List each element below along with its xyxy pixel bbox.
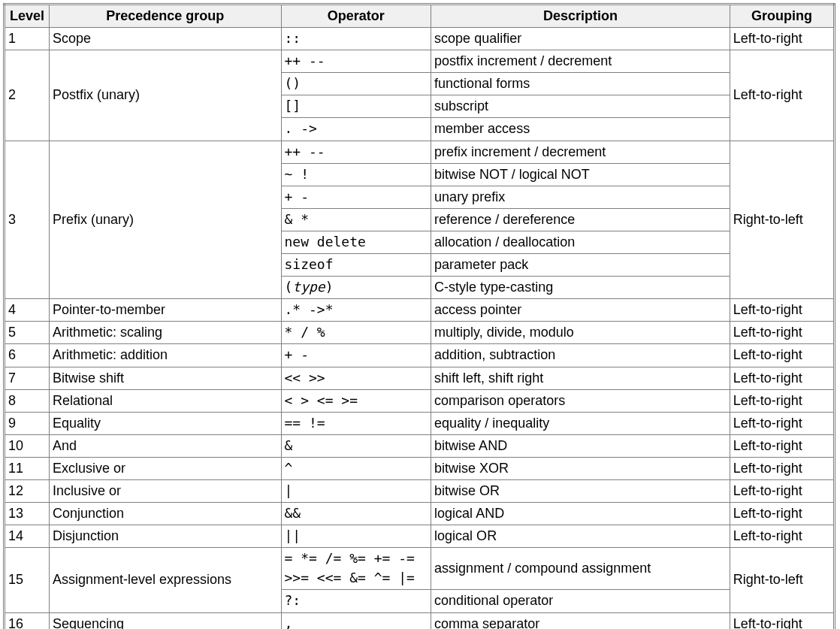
header-group: Precedence group xyxy=(49,5,281,28)
table-row: 11Exclusive or^bitwise XORLeft-to-right xyxy=(5,457,835,479)
cell-precedence-group: Relational xyxy=(49,389,281,412)
cell-precedence-group: Arithmetic: scaling xyxy=(49,322,281,344)
cell-description: logical AND xyxy=(431,503,730,525)
table-row: 16Sequencing,comma separatorLeft-to-righ… xyxy=(5,612,835,629)
cell-description: conditional operator xyxy=(431,590,730,612)
cell-operator: [] xyxy=(281,95,431,118)
cell-level: 16 xyxy=(5,612,50,629)
cell-operator: & xyxy=(281,434,431,457)
cell-operator: * / % xyxy=(281,322,431,344)
cell-operator: ~ ! xyxy=(281,163,431,186)
type-keyword: type xyxy=(292,279,325,295)
cell-operator: () xyxy=(281,73,431,95)
cell-operator: + - xyxy=(281,344,431,367)
table-header-row: Level Precedence group Operator Descript… xyxy=(5,5,835,28)
cell-description: access pointer xyxy=(431,299,730,322)
cell-operator: || xyxy=(281,525,431,548)
table-row: 10And&bitwise ANDLeft-to-right xyxy=(5,434,835,457)
cell-precedence-group: Bitwise shift xyxy=(49,367,281,389)
table-row: 3Prefix (unary)++ --prefix increment / d… xyxy=(5,141,835,163)
cell-description: addition, subtraction xyxy=(431,344,730,367)
table-row: 15Assignment-level expressions= *= /= %=… xyxy=(5,548,835,590)
cell-description: equality / inequality xyxy=(431,412,730,434)
cell-grouping: Left-to-right xyxy=(730,479,834,502)
table-row: 8Relational< > <= >=comparison operators… xyxy=(5,389,835,412)
cell-grouping: Left-to-right xyxy=(730,389,834,412)
cell-level: 10 xyxy=(5,434,50,457)
cell-description: unary prefix xyxy=(431,186,730,208)
cell-operator: = *= /= %= += -=>>= <<= &= ^= |= xyxy=(281,548,431,590)
cell-level: 12 xyxy=(5,479,50,502)
cell-description: reference / dereference xyxy=(431,208,730,231)
cell-description: assignment / compound assignment xyxy=(431,548,730,590)
cell-grouping: Left-to-right xyxy=(730,50,834,141)
cell-grouping: Left-to-right xyxy=(730,344,834,367)
cell-level: 4 xyxy=(5,299,50,322)
operator-precedence-table: Level Precedence group Operator Descript… xyxy=(3,3,835,629)
cell-level: 1 xyxy=(5,28,50,50)
cell-grouping: Left-to-right xyxy=(730,28,834,50)
cell-grouping: Left-to-right xyxy=(730,412,834,434)
cell-operator: :: xyxy=(281,28,431,50)
cell-operator: new delete xyxy=(281,231,431,253)
cell-level: 11 xyxy=(5,457,50,479)
cell-level: 14 xyxy=(5,525,50,548)
table-row: 9Equality== !=equality / inequalityLeft-… xyxy=(5,412,835,434)
cell-grouping: Right-to-left xyxy=(730,548,834,612)
cell-level: 8 xyxy=(5,389,50,412)
cell-description: comparison operators xyxy=(431,389,730,412)
cell-description: shift left, shift right xyxy=(431,367,730,389)
header-description: Description xyxy=(431,5,730,28)
table-row: 5Arithmetic: scaling* / %multiply, divid… xyxy=(5,322,835,344)
cell-description: allocation / deallocation xyxy=(431,231,730,253)
cell-description: comma separator xyxy=(431,612,730,629)
header-level: Level xyxy=(5,5,50,28)
cell-description: parameter pack xyxy=(431,254,730,277)
cell-operator: ^ xyxy=(281,457,431,479)
cell-grouping: Left-to-right xyxy=(730,612,834,629)
cell-level: 3 xyxy=(5,141,50,299)
cell-operator: ?: xyxy=(281,590,431,612)
cell-precedence-group: Inclusive or xyxy=(49,479,281,502)
cell-grouping: Left-to-right xyxy=(730,457,834,479)
cell-description: C-style type-casting xyxy=(431,277,730,299)
cell-description: multiply, divide, modulo xyxy=(431,322,730,344)
cell-description: bitwise NOT / logical NOT xyxy=(431,163,730,186)
cell-level: 9 xyxy=(5,412,50,434)
cell-level: 7 xyxy=(5,367,50,389)
cell-description: scope qualifier xyxy=(431,28,730,50)
cell-operator: . -> xyxy=(281,118,431,141)
cell-level: 6 xyxy=(5,344,50,367)
table-row: 2Postfix (unary)++ --postfix increment /… xyxy=(5,50,835,73)
cell-operator: << >> xyxy=(281,367,431,389)
cell-precedence-group: Assignment-level expressions xyxy=(49,548,281,612)
table-row: 7Bitwise shift<< >>shift left, shift rig… xyxy=(5,367,835,389)
cell-grouping: Left-to-right xyxy=(730,434,834,457)
cell-description: functional forms xyxy=(431,73,730,95)
cell-description: bitwise OR xyxy=(431,479,730,502)
cell-precedence-group: Postfix (unary) xyxy=(49,50,281,141)
cell-precedence-group: Conjunction xyxy=(49,503,281,525)
cell-level: 15 xyxy=(5,548,50,612)
cell-operator: ++ -- xyxy=(281,50,431,73)
cell-description: logical OR xyxy=(431,525,730,548)
table-row: 14Disjunction||logical ORLeft-to-right xyxy=(5,525,835,548)
table-row: 12Inclusive or|bitwise ORLeft-to-right xyxy=(5,479,835,502)
cell-description: bitwise AND xyxy=(431,434,730,457)
cell-description: postfix increment / decrement xyxy=(431,50,730,73)
cell-operator: ++ -- xyxy=(281,141,431,163)
cell-description: member access xyxy=(431,118,730,141)
header-operator: Operator xyxy=(281,5,431,28)
cell-grouping: Left-to-right xyxy=(730,367,834,389)
cell-operator: .* ->* xyxy=(281,299,431,322)
table-row: 6Arithmetic: addition+ -addition, subtra… xyxy=(5,344,835,367)
cell-grouping: Left-to-right xyxy=(730,299,834,322)
table-row: 4Pointer-to-member.* ->*access pointerLe… xyxy=(5,299,835,322)
cell-precedence-group: Sequencing xyxy=(49,612,281,629)
cell-operator: < > <= >= xyxy=(281,389,431,412)
cell-precedence-group: And xyxy=(49,434,281,457)
cell-precedence-group: Arithmetic: addition xyxy=(49,344,281,367)
cell-description: prefix increment / decrement xyxy=(431,141,730,163)
header-grouping: Grouping xyxy=(730,5,834,28)
cell-precedence-group: Scope xyxy=(49,28,281,50)
